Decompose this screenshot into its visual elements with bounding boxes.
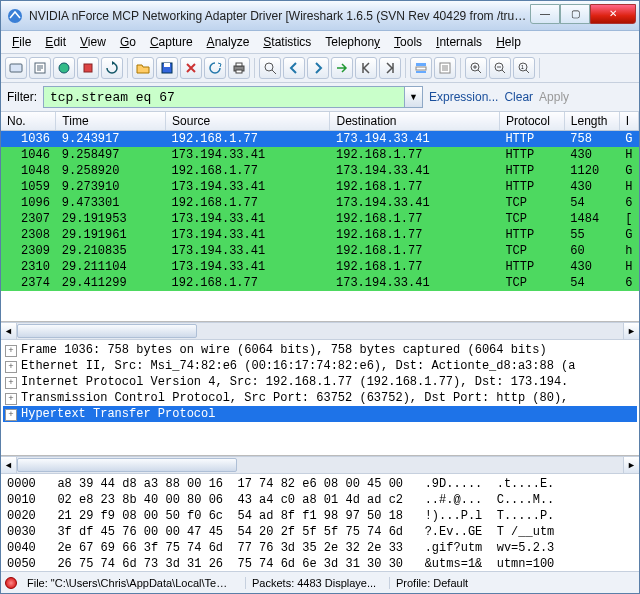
scroll-thumb[interactable] bbox=[17, 458, 237, 472]
start-capture-icon[interactable] bbox=[53, 57, 75, 79]
table-row[interactable]: 230729.191953173.194.33.41192.168.1.77TC… bbox=[1, 211, 639, 227]
svg-rect-8 bbox=[236, 63, 242, 66]
scroll-thumb[interactable] bbox=[17, 324, 197, 338]
menu-bar: File Edit View Go Capture Analyze Statis… bbox=[1, 31, 639, 54]
detail-row[interactable]: +Internet Protocol Version 4, Src: 192.1… bbox=[3, 374, 637, 390]
filter-dropdown[interactable]: ▼ bbox=[404, 87, 422, 107]
reload-icon[interactable] bbox=[204, 57, 226, 79]
status-profile[interactable]: Profile: Default bbox=[389, 577, 635, 589]
detail-row[interactable]: +Ethernet II, Src: Msi_74:82:e6 (00:16:1… bbox=[3, 358, 637, 374]
menu-tools[interactable]: Tools bbox=[389, 33, 427, 51]
zoom-out-icon[interactable] bbox=[489, 57, 511, 79]
svg-text:1: 1 bbox=[521, 64, 524, 70]
table-row[interactable]: 10969.473301192.168.1.77173.194.33.41TCP… bbox=[1, 195, 639, 211]
column-header[interactable]: Protocol bbox=[499, 112, 564, 131]
scroll-left-icon[interactable]: ◄ bbox=[1, 457, 17, 473]
detail-row[interactable]: +Frame 1036: 758 bytes on wire (6064 bit… bbox=[3, 342, 637, 358]
go-to-icon[interactable] bbox=[331, 57, 353, 79]
table-row[interactable]: 230929.210835173.194.33.41192.168.1.77TC… bbox=[1, 243, 639, 259]
column-header[interactable]: Destination bbox=[330, 112, 499, 131]
table-row[interactable]: 231029.211104173.194.33.41192.168.1.77HT… bbox=[1, 259, 639, 275]
column-header[interactable]: Source bbox=[166, 112, 330, 131]
zoom-in-icon[interactable] bbox=[465, 57, 487, 79]
table-row[interactable]: 10599.273910173.194.33.41192.168.1.77HTT… bbox=[1, 179, 639, 195]
menu-help[interactable]: Help bbox=[491, 33, 526, 51]
interfaces-icon[interactable] bbox=[5, 57, 27, 79]
go-prev-icon[interactable] bbox=[283, 57, 305, 79]
restart-capture-icon[interactable] bbox=[101, 57, 123, 79]
close-button[interactable]: ✕ bbox=[590, 4, 636, 24]
svg-point-3 bbox=[59, 63, 69, 73]
table-row[interactable]: 10489.258920192.168.1.77173.194.33.41HTT… bbox=[1, 163, 639, 179]
packet-details[interactable]: +Frame 1036: 758 bytes on wire (6064 bit… bbox=[1, 340, 639, 456]
filter-apply[interactable]: Apply bbox=[539, 90, 569, 104]
scroll-right-icon[interactable]: ► bbox=[623, 457, 639, 473]
menu-analyze[interactable]: Analyze bbox=[202, 33, 255, 51]
svg-rect-9 bbox=[236, 70, 242, 73]
column-header[interactable]: No. bbox=[1, 112, 56, 131]
minimize-button[interactable]: — bbox=[530, 4, 560, 24]
menu-view[interactable]: View bbox=[75, 33, 111, 51]
filter-expression[interactable]: Expression... bbox=[429, 90, 498, 104]
zoom-reset-icon[interactable]: 1 bbox=[513, 57, 535, 79]
svg-rect-6 bbox=[164, 63, 170, 67]
stop-capture-icon[interactable] bbox=[77, 57, 99, 79]
filter-clear[interactable]: Clear bbox=[504, 90, 533, 104]
menu-edit[interactable]: Edit bbox=[40, 33, 71, 51]
menu-go[interactable]: Go bbox=[115, 33, 141, 51]
colorize-icon[interactable] bbox=[410, 57, 432, 79]
print-icon[interactable] bbox=[228, 57, 250, 79]
scroll-right-icon[interactable]: ► bbox=[623, 323, 639, 339]
svg-rect-12 bbox=[416, 67, 426, 70]
status-bar: File: "C:\Users\Chris\AppData\Local\Temp… bbox=[1, 571, 639, 593]
autoscroll-icon[interactable] bbox=[434, 57, 456, 79]
menu-telephony[interactable]: Telephony bbox=[320, 33, 385, 51]
svg-point-10 bbox=[265, 63, 273, 71]
go-next-icon[interactable] bbox=[307, 57, 329, 79]
status-packets: Packets: 4483 Displaye... bbox=[245, 577, 385, 589]
toolbar: 1 bbox=[1, 54, 639, 83]
open-icon[interactable] bbox=[132, 57, 154, 79]
close-file-icon[interactable] bbox=[180, 57, 202, 79]
table-row[interactable]: 237429.411299192.168.1.77173.194.33.41TC… bbox=[1, 275, 639, 291]
details-hscroll[interactable]: ◄ ► bbox=[1, 456, 639, 474]
column-header[interactable]: Time bbox=[56, 112, 166, 131]
filter-label: Filter: bbox=[7, 90, 37, 104]
window-title: NVIDIA nForce MCP Networking Adapter Dri… bbox=[29, 9, 530, 23]
table-row[interactable]: 10369.243917192.168.1.77173.194.33.41HTT… bbox=[1, 131, 639, 148]
go-last-icon[interactable] bbox=[379, 57, 401, 79]
svg-rect-1 bbox=[10, 64, 22, 72]
status-file: File: "C:\Users\Chris\AppData\Local\Temp… bbox=[21, 577, 241, 589]
svg-rect-4 bbox=[84, 64, 92, 72]
filter-bar: Filter: ▼ Expression... Clear Apply bbox=[1, 83, 639, 112]
maximize-button[interactable]: ▢ bbox=[560, 4, 590, 24]
find-icon[interactable] bbox=[259, 57, 281, 79]
app-icon bbox=[7, 8, 23, 24]
scroll-left-icon[interactable]: ◄ bbox=[1, 323, 17, 339]
svg-rect-11 bbox=[416, 63, 426, 66]
go-first-icon[interactable] bbox=[355, 57, 377, 79]
column-header[interactable]: I bbox=[619, 112, 638, 131]
titlebar: NVIDIA nForce MCP Networking Adapter Dri… bbox=[1, 1, 639, 31]
packet-hscroll[interactable]: ◄ ► bbox=[1, 322, 639, 340]
table-row[interactable]: 230829.191961173.194.33.41192.168.1.77HT… bbox=[1, 227, 639, 243]
detail-row[interactable]: +Hypertext Transfer Protocol bbox=[3, 406, 637, 422]
menu-file[interactable]: File bbox=[7, 33, 36, 51]
column-header[interactable]: Length bbox=[564, 112, 619, 131]
menu-internals[interactable]: Internals bbox=[431, 33, 487, 51]
detail-row[interactable]: +Transmission Control Protocol, Src Port… bbox=[3, 390, 637, 406]
menu-capture[interactable]: Capture bbox=[145, 33, 198, 51]
filter-input[interactable] bbox=[44, 87, 404, 107]
svg-rect-13 bbox=[416, 71, 426, 73]
packet-bytes[interactable]: 0000 a8 39 44 d8 a3 88 00 16 17 74 82 e6… bbox=[1, 474, 639, 571]
save-icon[interactable] bbox=[156, 57, 178, 79]
menu-statistics[interactable]: Statistics bbox=[258, 33, 316, 51]
packet-list[interactable]: No.TimeSourceDestinationProtocolLengthI … bbox=[1, 112, 639, 322]
table-row[interactable]: 10469.258497173.194.33.41192.168.1.77HTT… bbox=[1, 147, 639, 163]
options-icon[interactable] bbox=[29, 57, 51, 79]
expert-info-icon[interactable] bbox=[5, 577, 17, 589]
